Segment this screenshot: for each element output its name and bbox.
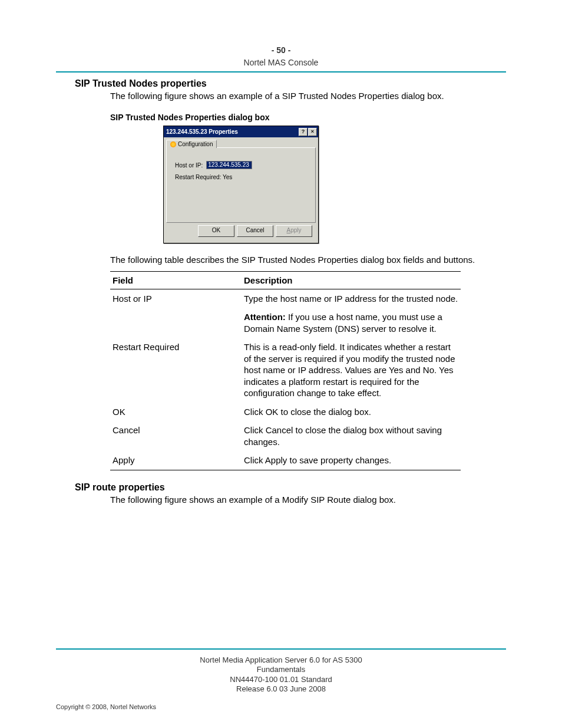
- col-header-field: Field: [110, 271, 242, 289]
- properties-dialog: 123.244.535.23 Properties ? × Configurat…: [163, 126, 319, 243]
- footer-rule: [56, 648, 506, 650]
- cell-desc: Click OK to close the dialog box.: [242, 403, 461, 421]
- header-rule: [56, 71, 506, 73]
- table-row: Apply Click Apply to save property chang…: [110, 451, 461, 470]
- cell-desc: This is a read-only field. It indicates …: [242, 338, 461, 403]
- cell-desc: Click Cancel to close the dialog box wit…: [242, 421, 461, 451]
- apply-button[interactable]: Apply: [276, 225, 312, 237]
- ok-button[interactable]: OK: [198, 225, 234, 237]
- fields-table: Field Description Host or IP Type the ho…: [110, 271, 461, 470]
- figure-caption: SIP Trusted Nodes Properties dialog box: [110, 113, 506, 122]
- table-row: Host or IP Type the host name or IP addr…: [110, 289, 461, 308]
- restart-required-label: Restart Required: Yes: [175, 174, 309, 180]
- copyright: Copyright © 2008, Nortel Networks: [56, 703, 506, 710]
- section-heading-sip-trusted: SIP Trusted Nodes properties: [75, 78, 506, 89]
- section1-intro: The following figure shows an example of…: [110, 90, 506, 102]
- footer-line2: Fundamentals: [56, 665, 506, 674]
- footer-line1: Nortel Media Application Server 6.0 for …: [56, 655, 506, 665]
- cell-field: Host or IP: [110, 289, 242, 308]
- table-row: Cancel Click Cancel to close the dialog …: [110, 421, 461, 451]
- cell-field: Restart Required: [110, 338, 242, 403]
- table-row: Restart Required This is a read-only fie…: [110, 338, 461, 403]
- cell-field: Cancel: [110, 421, 242, 451]
- cell-desc: Click Apply to save property changes.: [242, 451, 461, 470]
- cell-field: Apply: [110, 451, 242, 470]
- help-button[interactable]: ?: [299, 128, 308, 136]
- dialog-title: 123.244.535.23 Properties: [166, 129, 298, 135]
- footer-line3: NN44470-100 01.01 Standard: [56, 675, 506, 684]
- tab-label: Configuration: [178, 141, 213, 147]
- cell-field: OK: [110, 403, 242, 421]
- tab-configuration[interactable]: Configuration: [166, 140, 217, 148]
- host-ip-input[interactable]: 123.244.535.23: [206, 161, 252, 169]
- col-header-description: Description: [242, 271, 461, 289]
- tab-panel: Host or IP: 123.244.535.23 Restart Requi…: [166, 147, 316, 223]
- cancel-button[interactable]: Cancel: [237, 225, 273, 237]
- dialog-titlebar: 123.244.535.23 Properties ? ×: [164, 126, 318, 137]
- close-button[interactable]: ×: [308, 128, 317, 136]
- running-head: Nortel MAS Console: [56, 57, 506, 69]
- section2-intro: The following figure shows an example of…: [110, 494, 506, 506]
- footer-line4: Release 6.0 03 June 2008: [56, 684, 506, 694]
- table-row: OK Click OK to close the dialog box.: [110, 403, 461, 421]
- section1-post-figure: The following table describes the SIP Tr…: [110, 254, 506, 266]
- cell-desc: Type the host name or IP address for the…: [244, 293, 458, 305]
- host-ip-label: Host or IP:: [175, 162, 203, 169]
- dialog-figure: 123.244.535.23 Properties ? × Configurat…: [163, 126, 506, 243]
- gear-icon: [170, 141, 176, 147]
- section-heading-sip-route: SIP route properties: [75, 482, 506, 493]
- table-row: Attention: If you use a host name, you m…: [110, 308, 461, 338]
- page-number: - 50 -: [56, 44, 506, 57]
- attention-label: Attention:: [244, 312, 286, 322]
